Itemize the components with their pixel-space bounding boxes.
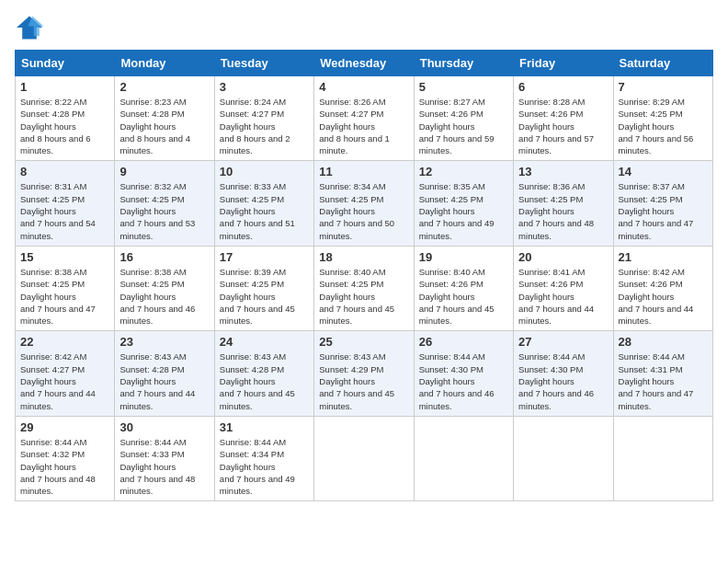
calendar-day-cell: 6 Sunrise: 8:28 AM Sunset: 4:26 PM Dayli… (514, 76, 613, 161)
calendar-day-cell: 26 Sunrise: 8:44 AM Sunset: 4:30 PM Dayl… (414, 331, 513, 416)
calendar-day-cell: 7 Sunrise: 8:29 AM Sunset: 4:25 PM Dayli… (613, 76, 712, 161)
day-info: Sunrise: 8:22 AM Sunset: 4:28 PM Dayligh… (20, 96, 109, 156)
day-info: Sunrise: 8:38 AM Sunset: 4:25 PM Dayligh… (20, 266, 109, 327)
calendar-table: SundayMondayTuesdayWednesdayThursdayFrid… (15, 50, 713, 501)
day-number: 6 (518, 80, 608, 94)
day-info: Sunrise: 8:44 AM Sunset: 4:33 PM Dayligh… (119, 436, 209, 497)
day-number: 27 (518, 335, 608, 349)
weekday-header: Friday (514, 51, 613, 76)
weekday-header: Wednesday (314, 51, 414, 76)
day-info: Sunrise: 8:28 AM Sunset: 4:26 PM Dayligh… (518, 96, 608, 156)
day-info: Sunrise: 8:35 AM Sunset: 4:25 PM Dayligh… (419, 180, 508, 241)
weekday-header: Monday (115, 51, 214, 76)
day-number: 14 (619, 165, 708, 178)
calendar-day-cell: 11 Sunrise: 8:34 AM Sunset: 4:25 PM Dayl… (314, 161, 414, 246)
day-info: Sunrise: 8:34 AM Sunset: 4:25 PM Dayligh… (319, 180, 408, 241)
day-number: 15 (20, 250, 109, 264)
calendar-day-cell: 5 Sunrise: 8:27 AM Sunset: 4:26 PM Dayli… (414, 76, 513, 161)
day-number: 11 (319, 165, 408, 178)
calendar-day-cell: 9 Sunrise: 8:32 AM Sunset: 4:25 PM Dayli… (115, 161, 214, 246)
day-info: Sunrise: 8:43 AM Sunset: 4:28 PM Dayligh… (119, 350, 209, 411)
day-info: Sunrise: 8:42 AM Sunset: 4:27 PM Dayligh… (20, 350, 109, 411)
calendar-day-cell: 25 Sunrise: 8:43 AM Sunset: 4:29 PM Dayl… (314, 331, 414, 416)
day-info: Sunrise: 8:44 AM Sunset: 4:32 PM Dayligh… (20, 436, 109, 497)
day-info: Sunrise: 8:38 AM Sunset: 4:25 PM Dayligh… (119, 266, 209, 327)
calendar-day-cell: 20 Sunrise: 8:41 AM Sunset: 4:26 PM Dayl… (514, 246, 613, 330)
day-number: 7 (619, 80, 708, 94)
day-number: 13 (518, 165, 608, 178)
day-number: 1 (20, 80, 109, 94)
day-number: 29 (20, 420, 109, 434)
weekday-header: Thursday (414, 51, 513, 76)
day-info: Sunrise: 8:40 AM Sunset: 4:26 PM Dayligh… (419, 266, 508, 327)
day-number: 30 (119, 420, 209, 434)
weekday-header: Tuesday (214, 51, 313, 76)
day-info: Sunrise: 8:33 AM Sunset: 4:25 PM Dayligh… (220, 180, 309, 241)
day-info: Sunrise: 8:36 AM Sunset: 4:25 PM Dayligh… (518, 180, 608, 241)
day-info: Sunrise: 8:44 AM Sunset: 4:34 PM Dayligh… (220, 436, 309, 497)
calendar-day-cell: 8 Sunrise: 8:31 AM Sunset: 4:25 PM Dayli… (16, 161, 115, 246)
day-info: Sunrise: 8:32 AM Sunset: 4:25 PM Dayligh… (119, 180, 209, 241)
calendar-day-cell: 1 Sunrise: 8:22 AM Sunset: 4:28 PM Dayli… (16, 76, 115, 161)
day-number: 28 (619, 335, 708, 349)
day-info: Sunrise: 8:29 AM Sunset: 4:25 PM Dayligh… (619, 96, 708, 156)
calendar-week-row: 22 Sunrise: 8:42 AM Sunset: 4:27 PM Dayl… (16, 331, 713, 416)
calendar-day-cell (414, 416, 513, 500)
logo (15, 15, 48, 40)
day-number: 4 (319, 80, 408, 94)
day-number: 23 (119, 335, 209, 349)
calendar-day-cell: 4 Sunrise: 8:26 AM Sunset: 4:27 PM Dayli… (314, 76, 414, 161)
calendar-day-cell: 31 Sunrise: 8:44 AM Sunset: 4:34 PM Dayl… (214, 416, 313, 500)
day-number: 16 (119, 250, 209, 264)
day-info: Sunrise: 8:24 AM Sunset: 4:27 PM Dayligh… (220, 96, 309, 156)
calendar-day-cell: 10 Sunrise: 8:33 AM Sunset: 4:25 PM Dayl… (214, 161, 313, 246)
day-info: Sunrise: 8:42 AM Sunset: 4:26 PM Dayligh… (619, 266, 708, 327)
day-info: Sunrise: 8:26 AM Sunset: 4:27 PM Dayligh… (319, 96, 408, 156)
calendar-day-cell: 29 Sunrise: 8:44 AM Sunset: 4:32 PM Dayl… (16, 416, 115, 500)
calendar-day-cell: 22 Sunrise: 8:42 AM Sunset: 4:27 PM Dayl… (16, 331, 115, 416)
calendar-week-row: 15 Sunrise: 8:38 AM Sunset: 4:25 PM Dayl… (16, 246, 713, 330)
calendar-day-cell: 2 Sunrise: 8:23 AM Sunset: 4:28 PM Dayli… (115, 76, 214, 161)
day-number: 2 (119, 80, 209, 94)
day-number: 3 (220, 80, 309, 94)
calendar-day-cell: 21 Sunrise: 8:42 AM Sunset: 4:26 PM Dayl… (613, 246, 712, 330)
day-number: 8 (20, 165, 109, 178)
calendar-header-row: SundayMondayTuesdayWednesdayThursdayFrid… (16, 51, 713, 76)
day-info: Sunrise: 8:41 AM Sunset: 4:26 PM Dayligh… (518, 266, 608, 327)
day-info: Sunrise: 8:44 AM Sunset: 4:30 PM Dayligh… (518, 350, 608, 411)
day-info: Sunrise: 8:43 AM Sunset: 4:29 PM Dayligh… (319, 350, 408, 411)
weekday-header: Saturday (613, 51, 712, 76)
page-header (15, 15, 713, 40)
day-number: 20 (518, 250, 608, 264)
day-number: 19 (419, 250, 508, 264)
calendar-week-row: 29 Sunrise: 8:44 AM Sunset: 4:32 PM Dayl… (16, 416, 713, 500)
logo-icon (15, 15, 44, 40)
calendar-day-cell: 12 Sunrise: 8:35 AM Sunset: 4:25 PM Dayl… (414, 161, 513, 246)
calendar-day-cell: 28 Sunrise: 8:44 AM Sunset: 4:31 PM Dayl… (613, 331, 712, 416)
day-number: 12 (419, 165, 508, 178)
calendar-day-cell: 23 Sunrise: 8:43 AM Sunset: 4:28 PM Dayl… (115, 331, 214, 416)
day-number: 5 (419, 80, 508, 94)
day-info: Sunrise: 8:44 AM Sunset: 4:30 PM Dayligh… (419, 350, 508, 411)
calendar-day-cell: 18 Sunrise: 8:40 AM Sunset: 4:25 PM Dayl… (314, 246, 414, 330)
day-number: 18 (319, 250, 408, 264)
day-number: 17 (220, 250, 309, 264)
calendar-week-row: 1 Sunrise: 8:22 AM Sunset: 4:28 PM Dayli… (16, 76, 713, 161)
day-number: 21 (619, 250, 708, 264)
day-info: Sunrise: 8:27 AM Sunset: 4:26 PM Dayligh… (419, 96, 508, 156)
calendar-day-cell: 17 Sunrise: 8:39 AM Sunset: 4:25 PM Dayl… (214, 246, 313, 330)
day-number: 22 (20, 335, 109, 349)
day-number: 25 (319, 335, 408, 349)
calendar-day-cell (613, 416, 712, 500)
calendar-day-cell: 16 Sunrise: 8:38 AM Sunset: 4:25 PM Dayl… (115, 246, 214, 330)
day-number: 26 (419, 335, 508, 349)
calendar-day-cell: 19 Sunrise: 8:40 AM Sunset: 4:26 PM Dayl… (414, 246, 513, 330)
day-number: 10 (220, 165, 309, 178)
calendar-day-cell: 24 Sunrise: 8:43 AM Sunset: 4:28 PM Dayl… (214, 331, 313, 416)
calendar-day-cell: 30 Sunrise: 8:44 AM Sunset: 4:33 PM Dayl… (115, 416, 214, 500)
calendar-day-cell: 13 Sunrise: 8:36 AM Sunset: 4:25 PM Dayl… (514, 161, 613, 246)
day-info: Sunrise: 8:44 AM Sunset: 4:31 PM Dayligh… (619, 350, 708, 411)
day-info: Sunrise: 8:23 AM Sunset: 4:28 PM Dayligh… (119, 96, 209, 156)
calendar-day-cell (514, 416, 613, 500)
day-number: 24 (220, 335, 309, 349)
